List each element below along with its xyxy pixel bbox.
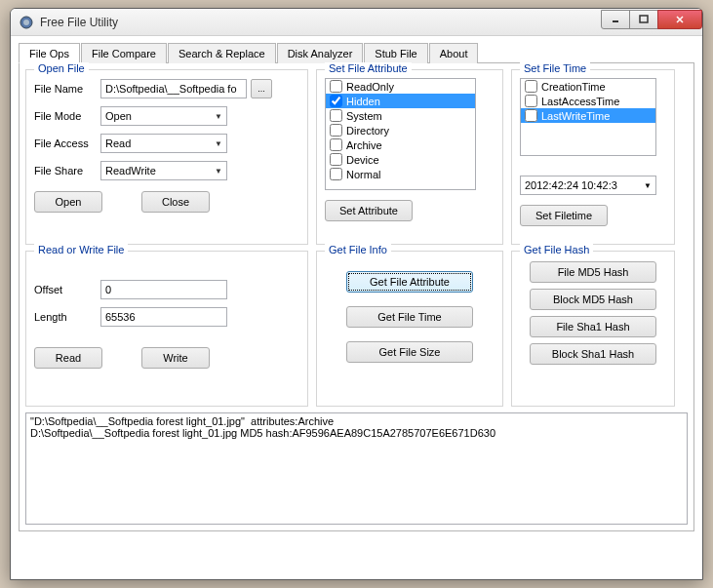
get-attribute-button[interactable]: Get File Attribute (346, 271, 473, 293)
close-button[interactable] (657, 10, 702, 29)
time-item-creation[interactable]: CreationTime (521, 79, 655, 94)
svg-rect-3 (640, 16, 648, 22)
set-filetime-button[interactable]: Set Filetime (520, 205, 608, 226)
titlebar[interactable]: Free File Utility (11, 9, 702, 36)
tab-file-compare[interactable]: File Compare (81, 43, 167, 63)
file-share-combo[interactable]: ReadWrite▼ (100, 161, 227, 180)
read-button[interactable]: Read (34, 347, 102, 369)
time-item-lastaccess[interactable]: LastAccessTime (521, 94, 655, 108)
file-md5-button[interactable]: File MD5 Hash (530, 261, 656, 283)
set-attribute-group: Set File Attribute ReadOnly Hidden Syste… (316, 69, 503, 245)
read-write-group: Read or Write File Offset Length Read Wr… (25, 251, 308, 407)
attr-item-normal[interactable]: Normal (326, 167, 475, 181)
open-file-legend: Open File (34, 62, 89, 74)
open-file-group: Open File File Name ... File Mode Open▼ … (25, 69, 308, 245)
file-share-label: File Share (34, 165, 100, 176)
attr-item-device[interactable]: Device (326, 152, 475, 167)
file-mode-combo[interactable]: Open▼ (100, 106, 227, 126)
attribute-list[interactable]: ReadOnly Hidden System Directory Archive… (325, 78, 476, 190)
tab-file-ops[interactable]: File Ops (19, 43, 80, 63)
app-window: Free File Utility File Ops File Compare … (10, 8, 703, 580)
window-title: Free File Utility (40, 16, 602, 29)
datetime-picker[interactable]: 2012:42:24 10:42:3▼ (520, 176, 656, 195)
attr-item-archive[interactable]: Archive (326, 137, 475, 152)
attr-checkbox[interactable] (330, 153, 342, 166)
browse-button[interactable]: ... (251, 79, 272, 98)
tab-search-replace[interactable]: Search & Replace (168, 43, 276, 63)
file-access-label: File Access (34, 137, 100, 149)
offset-input[interactable] (100, 280, 227, 299)
get-size-button[interactable]: Get File Size (346, 341, 473, 363)
time-list[interactable]: CreationTime LastAccessTime LastWriteTim… (520, 78, 656, 156)
time-checkbox[interactable] (525, 95, 537, 107)
file-name-label: File Name (34, 83, 100, 95)
tab-disk-analyzer[interactable]: Disk Analyzer (277, 43, 364, 63)
block-sha1-button[interactable]: Block Sha1 Hash (530, 343, 656, 365)
write-button[interactable]: Write (141, 347, 210, 369)
get-info-legend: Get File Info (325, 244, 391, 255)
offset-label: Offset (34, 284, 100, 295)
get-info-group: Get File Info Get File Attribute Get Fil… (316, 251, 503, 407)
svg-point-1 (23, 20, 29, 25)
get-hash-group: Get File Hash File MD5 Hash Block MD5 Ha… (511, 251, 675, 407)
set-attribute-legend: Set File Attribute (325, 62, 412, 74)
maximize-button[interactable] (629, 10, 658, 29)
attr-item-readonly[interactable]: ReadOnly (326, 79, 475, 94)
attr-item-system[interactable]: System (326, 108, 475, 123)
attr-checkbox[interactable] (330, 80, 342, 93)
set-attribute-button[interactable]: Set Attribute (325, 200, 413, 221)
tab-strip: File Ops File Compare Search & Replace D… (19, 42, 694, 63)
tab-stub-file[interactable]: Stub File (364, 43, 427, 63)
file-access-combo[interactable]: Read▼ (100, 134, 227, 153)
attr-checkbox[interactable] (330, 168, 342, 180)
length-input[interactable] (100, 307, 227, 327)
chevron-down-icon: ▼ (215, 112, 222, 121)
length-label: Length (34, 311, 100, 323)
output-textarea[interactable]: "D:\Softpedia\__Softpedia forest light_0… (25, 412, 688, 525)
attr-checkbox[interactable] (330, 138, 342, 151)
attr-item-hidden[interactable]: Hidden (326, 94, 475, 108)
file-name-input[interactable] (100, 79, 247, 98)
attr-checkbox[interactable] (330, 124, 342, 137)
chevron-down-icon: ▼ (644, 181, 652, 190)
attr-item-directory[interactable]: Directory (326, 123, 475, 137)
read-write-legend: Read or Write File (34, 244, 128, 255)
open-button[interactable]: Open (34, 191, 102, 213)
time-item-lastwrite[interactable]: LastWriteTime (521, 108, 655, 123)
block-md5-button[interactable]: Block MD5 Hash (530, 289, 656, 310)
time-checkbox[interactable] (525, 109, 537, 122)
time-checkbox[interactable] (525, 80, 537, 93)
set-time-group: Set File Time CreationTime LastAccessTim… (511, 69, 675, 245)
file-sha1-button[interactable]: File Sha1 Hash (530, 316, 656, 337)
chevron-down-icon: ▼ (215, 139, 222, 148)
app-icon (19, 15, 34, 30)
close-file-button[interactable]: Close (141, 191, 210, 213)
file-mode-label: File Mode (34, 110, 100, 122)
get-time-button[interactable]: Get File Time (346, 306, 473, 328)
chevron-down-icon: ▼ (215, 167, 222, 176)
attr-checkbox[interactable] (330, 109, 342, 122)
attr-checkbox[interactable] (330, 95, 342, 107)
minimize-button[interactable] (601, 10, 630, 29)
set-time-legend: Set File Time (520, 62, 590, 74)
get-hash-legend: Get File Hash (520, 244, 593, 255)
tab-about[interactable]: About (429, 43, 479, 63)
